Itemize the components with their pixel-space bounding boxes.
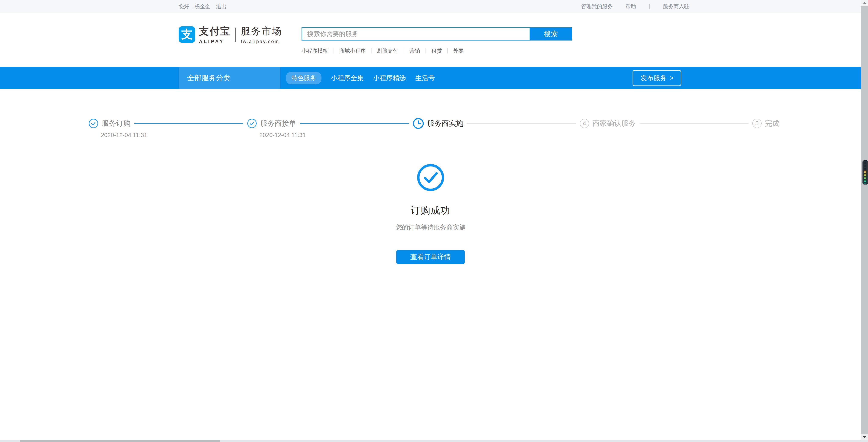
topbar-divider: | — [649, 3, 650, 9]
hot-links: 小程序模板 商城小程序 刷脸支付 营销 租赁 外卖 — [302, 47, 572, 54]
step-provider-accept: 服务商接单 2020-12-04 11:31 — [247, 119, 296, 128]
step-label: 完成 — [765, 119, 779, 128]
order-progress-stepper: 服务订购 2020-12-04 11:31 服务商接单 2020-12-04 1… — [89, 111, 779, 136]
hot-link-takeout[interactable]: 外卖 — [453, 47, 464, 54]
success-check-icon — [417, 164, 444, 191]
view-order-detail-button[interactable]: 查看订单详情 — [396, 250, 465, 264]
help-link[interactable]: 帮助 — [626, 3, 636, 10]
step-label: 服务商实施 — [427, 119, 463, 128]
step-timestamp: 2020-12-04 11:31 — [259, 132, 306, 139]
hot-link-mini-template[interactable]: 小程序模板 — [302, 47, 328, 54]
provider-join-link[interactable]: 服务商入驻 — [663, 3, 689, 10]
success-title: 订购成功 — [0, 204, 861, 217]
step-label: 服务订购 — [102, 119, 130, 128]
arrow-down-icon — [863, 436, 867, 438]
success-subtitle: 您的订单等待服务商实施 — [0, 223, 861, 232]
hot-link-mall-mini[interactable]: 商城小程序 — [339, 47, 366, 54]
alipay-logo[interactable]: 支 支付宝 ALIPAY 服务市场 fw.alipay.com — [179, 25, 282, 44]
logo-name-cn: 支付宝 — [199, 25, 231, 38]
horizontal-scrollbar-thumb[interactable] — [20, 440, 220, 442]
vertical-scrollbar[interactable] — [861, 0, 868, 440]
logo-name-en: ALIPAY — [199, 39, 231, 44]
step-connector — [300, 123, 409, 124]
logo-separator — [236, 28, 236, 41]
step-complete: 5 完成 — [752, 119, 779, 128]
clock-icon — [413, 118, 424, 129]
logout-link[interactable]: 退出 — [216, 3, 226, 10]
step-connector — [640, 123, 748, 124]
alipay-glyph: 支 — [181, 27, 193, 42]
step-merchant-confirm: 4 商家确认服务 — [580, 119, 636, 128]
step-service-order: 服务订购 2020-12-04 11:31 — [89, 119, 130, 128]
all-categories-menu[interactable]: 全部服务分类 — [179, 67, 280, 89]
chevron-right-icon: > — [670, 74, 674, 82]
horizontal-scrollbar[interactable] — [0, 440, 868, 442]
search-input[interactable] — [302, 27, 530, 40]
scroll-down-button[interactable] — [861, 434, 868, 440]
publish-service-label: 发布服务 — [641, 73, 667, 83]
manage-services-link[interactable]: 管理我的服务 — [581, 3, 613, 10]
step-label: 商家确认服务 — [592, 119, 636, 128]
hot-link-marketing[interactable]: 营销 — [409, 47, 420, 54]
step-label: 服务商接单 — [260, 119, 296, 128]
arrow-up-icon — [863, 2, 867, 4]
tab-mini-program-all[interactable]: 小程序全集 — [331, 73, 364, 83]
topbar: 您好，杨金奎 退出 管理我的服务 帮助 | 服务商入驻 — [0, 0, 868, 13]
publish-service-button[interactable]: 发布服务 > — [632, 70, 681, 86]
logo-market-domain: fw.alipay.com — [241, 39, 282, 44]
order-success-panel: 订购成功 您的订单等待服务商实施 查看订单详情 — [0, 136, 861, 264]
step-timestamp: 2020-12-04 11:31 — [101, 132, 147, 139]
step-connector — [134, 123, 243, 124]
scroll-up-button[interactable] — [861, 0, 868, 6]
check-circle-icon — [247, 119, 257, 128]
alipay-logo-icon: 支 — [179, 26, 195, 43]
step-number-circle: 4 — [580, 119, 589, 128]
main-nav: 全部服务分类 特色服务 小程序全集 小程序精选 生活号 发布服务 > — [0, 67, 868, 89]
hot-link-separator — [404, 48, 404, 54]
step-connector — [467, 123, 576, 124]
header: 支 支付宝 ALIPAY 服务市场 fw.alipay.com 搜索 小程序模板… — [0, 13, 868, 67]
step-provider-implement: 服务商实施 — [413, 118, 463, 129]
tab-featured-services[interactable]: 特色服务 — [286, 72, 321, 84]
step-number-circle: 5 — [752, 119, 762, 128]
logo-market-name: 服务市场 — [241, 25, 282, 37]
hot-link-face-pay[interactable]: 刷脸支付 — [377, 47, 398, 54]
search-button[interactable]: 搜索 — [530, 27, 572, 40]
tab-mini-program-picked[interactable]: 小程序精选 — [373, 73, 406, 83]
hot-link-separator — [334, 48, 334, 54]
user-greeting: 您好，杨金奎 — [179, 3, 211, 10]
scroll-heatmap-widget[interactable] — [863, 160, 868, 184]
tab-life-account[interactable]: 生活号 — [415, 73, 435, 83]
hot-link-rental[interactable]: 租赁 — [431, 47, 442, 54]
check-circle-icon — [89, 119, 98, 128]
